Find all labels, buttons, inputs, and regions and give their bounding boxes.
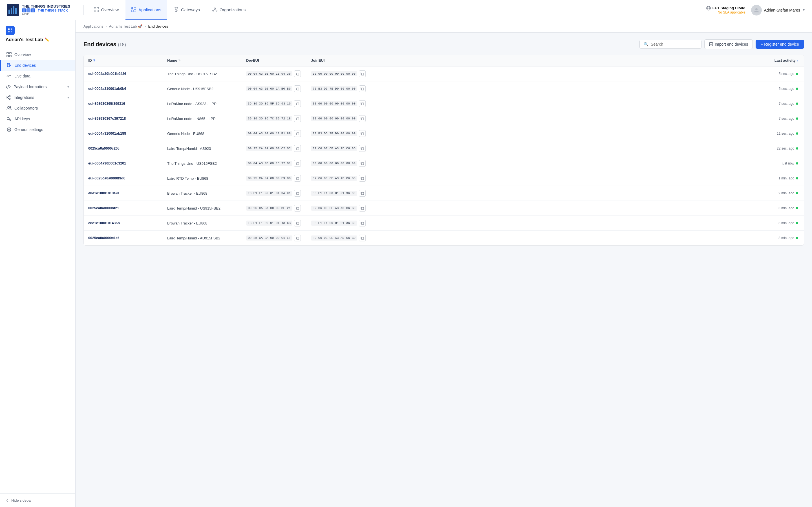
svg-point-28 <box>755 8 758 10</box>
svg-rect-35 <box>7 55 8 57</box>
table-row[interactable]: eui-393930367c397218 LoRaMac-node - IN86… <box>84 111 804 126</box>
sidebar-item-api-keys[interactable]: API keys <box>0 114 75 124</box>
svg-rect-61 <box>361 118 364 120</box>
cell-name: Laird Temp/Humid - AS923 <box>163 141 242 156</box>
copy-icon <box>361 72 364 75</box>
nav-organizations[interactable]: Organizations <box>207 0 252 20</box>
copy-joineui-btn[interactable] <box>359 130 366 137</box>
breadcrumb-current: End devices <box>148 24 168 29</box>
device-count: (18) <box>118 42 126 47</box>
sidebar-item-payload-formatters[interactable]: Payload formatters ▼ <box>0 81 75 92</box>
cell-id: eui-0004a310001ab188 <box>84 126 163 141</box>
cell-deveui: 00 04 A3 10 00 1A B0 B6 <box>242 81 306 96</box>
nav-overview[interactable]: Overview <box>88 0 124 20</box>
copy-joineui-btn[interactable] <box>359 86 366 92</box>
copy-deveui-btn[interactable] <box>294 160 301 167</box>
svg-point-42 <box>6 97 8 98</box>
sidebar-item-integrations[interactable]: Integrations ▼ <box>0 92 75 103</box>
cell-deveui: 39 39 30 36 7C 39 72 18 <box>242 111 306 126</box>
activity-dot <box>796 103 798 105</box>
cell-name: The Things Uno - US915FSB2 <box>163 66 242 81</box>
nav-gateways[interactable]: Gateways <box>168 0 206 20</box>
sidebar-item-collaborators[interactable]: Collaborators <box>0 103 75 114</box>
svg-line-45 <box>8 96 9 97</box>
search-icon: 🔍 <box>644 42 649 47</box>
cell-activity: 3 min. ago <box>371 201 804 216</box>
cell-name: Browan Tracker - EU868 <box>163 186 242 201</box>
svg-rect-13 <box>94 10 96 12</box>
copy-deveui-btn[interactable] <box>294 130 301 137</box>
table-row[interactable]: eui-393930365f399316 LoRaMac-node - AS92… <box>84 96 804 111</box>
copy-joineui-btn[interactable] <box>359 175 366 182</box>
th-last-activity[interactable]: Last activity ↑ <box>371 55 804 66</box>
copy-deveui-btn[interactable] <box>294 115 301 122</box>
copy-joineui-btn[interactable] <box>359 115 366 122</box>
register-device-button[interactable]: + Register end device <box>756 40 804 49</box>
cell-joineui: 70 B3 D5 7E D0 00 00 00 <box>306 126 371 141</box>
sidebar-item-live-data[interactable]: Live data <box>0 71 75 81</box>
user-dropdown-icon: ▼ <box>802 8 805 11</box>
copy-joineui-btn[interactable] <box>359 190 366 196</box>
copy-joineui-btn[interactable] <box>359 160 366 167</box>
nav-applications[interactable]: Applications <box>125 0 167 20</box>
th-name[interactable]: Name ⇅ <box>163 55 242 66</box>
sidebar-item-end-devices[interactable]: End devices <box>0 60 75 71</box>
copy-deveui-btn[interactable] <box>294 190 301 196</box>
copy-deveui-btn[interactable] <box>294 70 301 77</box>
globe-icon <box>706 6 711 10</box>
copy-joineui-btn[interactable] <box>359 205 366 212</box>
copy-icon <box>296 162 299 165</box>
copy-deveui-btn[interactable] <box>294 220 301 226</box>
table-row[interactable]: 0025ca0a0000c1ef Laird Temp/Humid - AU91… <box>84 231 804 245</box>
copy-icon <box>296 207 299 210</box>
user-avatar <box>751 5 762 15</box>
cell-id: 0025ca0a0000c20c <box>84 141 163 156</box>
search-input[interactable] <box>651 42 697 47</box>
copy-icon <box>361 117 364 120</box>
svg-rect-67 <box>361 163 364 165</box>
sidebar-item-overview[interactable]: Overview <box>0 49 75 60</box>
copy-joineui-btn[interactable] <box>359 220 366 226</box>
copy-joineui-btn[interactable] <box>359 100 366 107</box>
copy-icon <box>296 177 299 180</box>
cell-joineui: F9 C6 0E CE A3 AD C6 BD <box>306 141 371 156</box>
copy-deveui-btn[interactable] <box>294 235 301 241</box>
copy-joineui-btn[interactable] <box>359 70 366 77</box>
cell-name: Laird Temp/Humid - US915FSB2 <box>163 201 242 216</box>
edit-icon[interactable]: ✏️ <box>45 38 49 42</box>
copy-deveui-btn[interactable] <box>294 175 301 182</box>
table-row[interactable]: eui-0004a310001ab0b6 Generic Node - US91… <box>84 81 804 96</box>
breadcrumb-applications[interactable]: Applications <box>84 24 103 29</box>
copy-joineui-btn[interactable] <box>359 235 366 241</box>
svg-rect-74 <box>297 222 299 224</box>
table-row[interactable]: eui-0004a30b001c3201 The Things Uno - US… <box>84 156 804 171</box>
app-icon-badge <box>6 26 15 35</box>
table-row[interactable]: 0025ca0a0000c20c Laird Temp/Humid - AS92… <box>84 141 804 156</box>
cell-id: 0025ca0a0000c1ef <box>84 231 163 245</box>
user-menu[interactable]: Adrian-Stefan Mares ▼ <box>751 5 805 15</box>
svg-rect-31 <box>8 31 10 33</box>
table-row[interactable]: 0025ca0a0000bf21 Laird Temp/Humid - US91… <box>84 201 804 216</box>
copy-deveui-btn[interactable] <box>294 86 301 92</box>
breadcrumb-app-name[interactable]: Adrian's Test Lab 🚀 <box>109 24 142 29</box>
table-row[interactable]: e8e1e1000101436b Browan Tracker - EU868 … <box>84 216 804 231</box>
import-devices-button[interactable]: Import end devices <box>704 40 753 49</box>
copy-icon <box>296 72 299 75</box>
cell-deveui: 00 25 CA 0A 00 00 BF 21 <box>242 201 306 216</box>
copy-joineui-btn[interactable] <box>359 145 366 152</box>
svg-point-22 <box>214 8 215 9</box>
table-row[interactable]: e8e1e10001013a91 Browan Tracker - EU868 … <box>84 186 804 201</box>
copy-deveui-btn[interactable] <box>294 145 301 152</box>
sidebar-item-general-settings[interactable]: General settings <box>0 124 75 135</box>
svg-rect-58 <box>297 103 299 105</box>
breadcrumb-sep-2: › <box>145 24 146 29</box>
th-id[interactable]: ID ⇅ <box>84 55 163 66</box>
table-row[interactable]: eui-0004a30b001b9436 The Things Uno - US… <box>84 66 804 81</box>
copy-deveui-btn[interactable] <box>294 100 301 107</box>
copy-deveui-btn[interactable] <box>294 205 301 212</box>
copy-icon <box>296 132 299 135</box>
cell-joineui: 00 00 00 00 00 00 00 00 <box>306 111 371 126</box>
table-row[interactable]: eui-0025ca0a0000f9d6 Laird RTD Temp - EU… <box>84 171 804 186</box>
table-row[interactable]: eui-0004a310001ab188 Generic Node - EU86… <box>84 126 804 141</box>
cell-deveui: 39 39 30 36 5F 39 93 16 <box>242 96 306 111</box>
